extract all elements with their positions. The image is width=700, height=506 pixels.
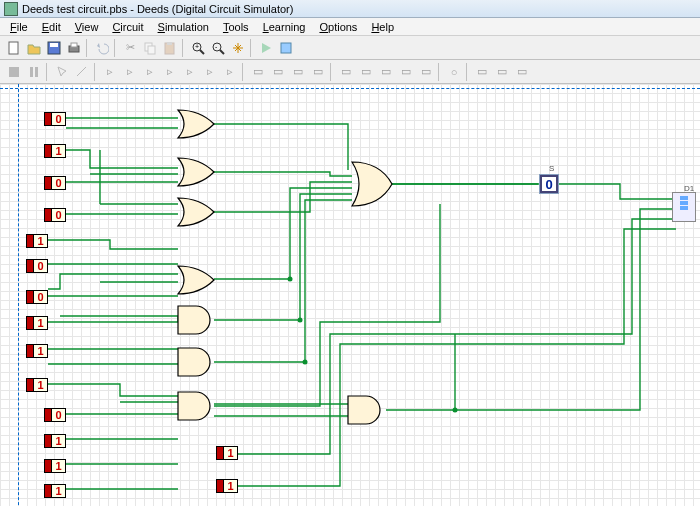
cursor-button[interactable] [52,62,72,82]
input-switch-6[interactable]: 0 [26,290,48,304]
comp4-button[interactable]: ▭ [308,62,328,82]
new-button[interactable] [4,38,24,58]
step6-button[interactable]: ▹ [200,62,220,82]
input-switch-5[interactable]: 0 [26,259,48,273]
input-switch-13[interactable]: 1 [44,484,66,498]
app-icon [4,2,18,16]
svg-point-21 [303,360,308,365]
zoom-in-button[interactable]: + [188,38,208,58]
comp2-button[interactable]: ▭ [268,62,288,82]
svg-point-20 [298,318,303,323]
input-switch-12[interactable]: 1 [44,459,66,473]
window-title: Deeds test circuit.pbs - Deeds (Digital … [22,3,293,15]
svg-line-10 [200,50,204,54]
comp13-button[interactable]: ▭ [512,62,532,82]
menu-edit[interactable]: Edit [36,20,67,34]
hex-display [672,192,696,222]
zoom-out-button[interactable]: - [208,38,228,58]
toolbar-main: ✂ + - [0,36,700,60]
step7-button[interactable]: ▹ [220,62,240,82]
cut-button[interactable]: ✂ [120,38,140,58]
output-label-s: S [549,164,554,173]
menu-view[interactable]: View [69,20,105,34]
comp6-button[interactable]: ▭ [356,62,376,82]
toolbar-sim: ▹ ▹ ▹ ▹ ▹ ▹ ▹ ▭ ▭ ▭ ▭ ▭ ▭ ▭ ▭ ▭ ○ ▭ ▭ ▭ [0,60,700,84]
svg-text:-: - [215,43,218,50]
menu-circuit[interactable]: Circuit [106,20,149,34]
svg-rect-18 [35,67,38,77]
svg-point-22 [453,408,458,413]
comp3-button[interactable]: ▭ [288,62,308,82]
input-switch-4[interactable]: 1 [26,234,48,248]
menu-options[interactable]: Options [313,20,363,34]
input-switch-8[interactable]: 1 [26,344,48,358]
circuit-diagram [0,84,700,506]
input-switch-11[interactable]: 1 [44,434,66,448]
svg-rect-8 [167,42,172,45]
input-switch-14[interactable]: 1 [216,446,238,460]
canvas[interactable]: 0 1 0 0 1 0 0 1 1 1 0 1 1 1 1 1 S 0 D1 [0,84,700,506]
output-display-s: 0 [540,175,558,193]
input-switch-3[interactable]: 0 [44,208,66,222]
comp9-button[interactable]: ▭ [416,62,436,82]
svg-rect-15 [281,43,291,53]
step2-button[interactable]: ▹ [120,62,140,82]
step4-button[interactable]: ▹ [160,62,180,82]
svg-text:+: + [195,43,199,50]
svg-rect-16 [9,67,19,77]
run-button[interactable] [256,38,276,58]
stop-button[interactable] [4,62,24,82]
comp12-button[interactable]: ▭ [492,62,512,82]
wire-button[interactable] [72,62,92,82]
svg-rect-0 [9,42,18,54]
menubar: FFileile Edit View Circuit Simulation To… [0,18,700,36]
svg-line-13 [220,50,224,54]
copy-button[interactable] [140,38,160,58]
input-switch-9[interactable]: 1 [26,378,48,392]
input-switch-1[interactable]: 1 [44,144,66,158]
menu-help[interactable]: Help [365,20,400,34]
input-switch-7[interactable]: 1 [26,316,48,330]
paste-button[interactable] [160,38,180,58]
menu-file[interactable]: FFileile [4,20,34,34]
sim-toggle-button[interactable] [276,38,296,58]
comp8-button[interactable]: ▭ [396,62,416,82]
comp5-button[interactable]: ▭ [336,62,356,82]
undo-button[interactable] [92,38,112,58]
svg-rect-2 [50,43,58,47]
step5-button[interactable]: ▹ [180,62,200,82]
svg-rect-4 [71,43,77,47]
input-switch-2[interactable]: 0 [44,176,66,190]
pause-button[interactable] [24,62,44,82]
menu-tools[interactable]: Tools [217,20,255,34]
comp1-button[interactable]: ▭ [248,62,268,82]
open-button[interactable] [24,38,44,58]
step1-button[interactable]: ▹ [100,62,120,82]
svg-rect-17 [30,67,33,77]
titlebar: Deeds test circuit.pbs - Deeds (Digital … [0,0,700,18]
input-switch-15[interactable]: 1 [216,479,238,493]
menu-learning[interactable]: Learning [257,20,312,34]
comp7-button[interactable]: ▭ [376,62,396,82]
menu-simulation[interactable]: Simulation [152,20,215,34]
save-button[interactable] [44,38,64,58]
input-switch-0[interactable]: 0 [44,112,66,126]
step3-button[interactable]: ▹ [140,62,160,82]
svg-rect-6 [148,46,155,54]
comp10-button[interactable]: ○ [444,62,464,82]
print-button[interactable] [64,38,84,58]
pan-button[interactable] [228,38,248,58]
svg-point-19 [288,277,293,282]
input-switch-10[interactable]: 0 [44,408,66,422]
comp11-button[interactable]: ▭ [472,62,492,82]
